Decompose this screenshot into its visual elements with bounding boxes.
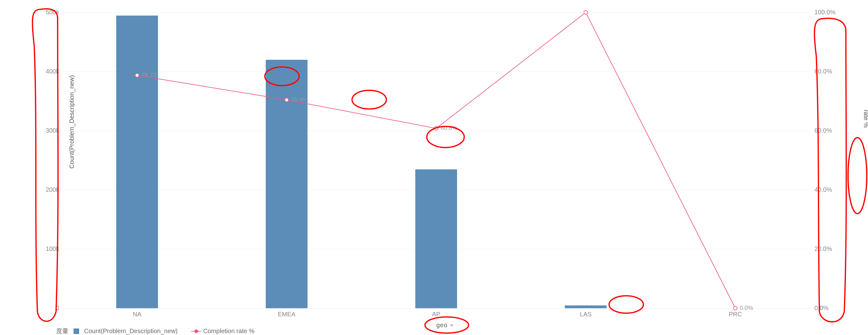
line-point bbox=[135, 73, 139, 77]
data-label: 60.8% bbox=[440, 125, 457, 131]
y-tick: 0 bbox=[37, 304, 59, 312]
category-label: LAS bbox=[564, 311, 608, 318]
data-label: 78.73 bbox=[142, 72, 156, 78]
legend: 度量 Count(Problem_Description_new) Comple… bbox=[56, 327, 254, 335]
data-label: 0.0% bbox=[740, 304, 753, 311]
legend-swatch-line bbox=[194, 329, 198, 333]
y2-tick: 100.0% bbox=[814, 9, 842, 16]
svg-point-0 bbox=[848, 138, 867, 213]
bar bbox=[415, 169, 457, 308]
y2-tick: 20.0% bbox=[814, 245, 842, 253]
category-label: NA bbox=[115, 311, 159, 318]
legend-label-bar: Count(Problem_Description_new) bbox=[84, 328, 178, 335]
y2-axis-label: Completion rate % bbox=[862, 110, 868, 141]
y2-tick: 60.0% bbox=[814, 127, 842, 134]
line-point bbox=[584, 10, 588, 14]
y-tick: 200k bbox=[37, 186, 59, 193]
y-tick: 300k bbox=[37, 127, 59, 134]
legend-label-line: Completion rate % bbox=[203, 328, 254, 335]
x-axis-label: geo bbox=[436, 322, 447, 329]
y2-tick: 80.0% bbox=[814, 68, 842, 75]
svg-point-2 bbox=[352, 90, 386, 109]
category-label: EMEA bbox=[265, 311, 308, 318]
bar bbox=[565, 305, 607, 308]
legend-swatch-bar bbox=[73, 329, 79, 334]
y-axis-label: Count(Problem_Description_new) bbox=[68, 75, 75, 168]
y2-tick: 0.0% bbox=[814, 304, 842, 312]
line-point bbox=[284, 98, 289, 102]
y-tick: 100k bbox=[37, 245, 59, 253]
legend-title: 度量 bbox=[56, 327, 68, 335]
data-label: 70.45 bbox=[291, 96, 306, 103]
x-axis-control[interactable]: geo bbox=[436, 322, 454, 329]
chevron-down-icon bbox=[450, 325, 454, 327]
category-label: AP bbox=[414, 311, 458, 318]
y2-tick: 40.0% bbox=[814, 186, 842, 193]
line-point bbox=[733, 306, 738, 310]
line-point bbox=[434, 126, 438, 130]
bar bbox=[116, 15, 158, 308]
category-label: PRC bbox=[713, 311, 757, 318]
svg-point-4 bbox=[609, 296, 643, 313]
y-tick: 500k bbox=[37, 9, 59, 16]
y-tick: 400k bbox=[37, 68, 59, 75]
